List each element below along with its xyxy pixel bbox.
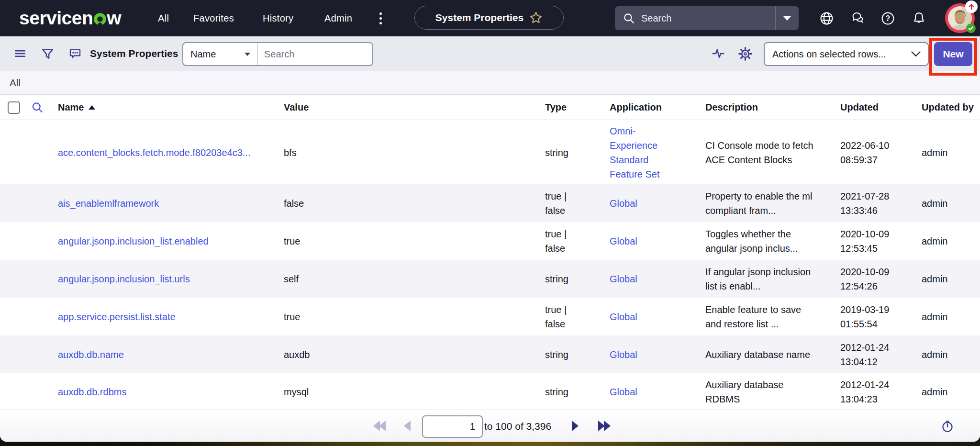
chat-icon[interactable] bbox=[850, 0, 865, 36]
breadcrumb-all[interactable]: All bbox=[10, 71, 21, 95]
cell-description: CI Console mode to fetch ACE Content Blo… bbox=[700, 121, 835, 184]
application-link[interactable]: Global bbox=[610, 234, 637, 248]
nav-item-all[interactable]: All bbox=[158, 0, 169, 36]
list-search-control: Name bbox=[182, 42, 373, 66]
logo-text-post: w bbox=[107, 8, 121, 29]
activity-stream-icon[interactable] bbox=[711, 36, 725, 71]
column-search-icon[interactable] bbox=[31, 101, 52, 114]
logo-o-icon bbox=[94, 13, 106, 25]
application-link[interactable]: Global bbox=[610, 196, 637, 211]
column-header-updated-by[interactable]: Updated by bbox=[916, 95, 980, 120]
table-row: angular.jsonp.inclusion_list.enabledtrue… bbox=[0, 222, 980, 260]
application-link[interactable]: Omni- Experience Standard Feature Set bbox=[610, 124, 660, 181]
cell-description: Auxiliary database RDBMS bbox=[700, 373, 835, 410]
gear-icon[interactable] bbox=[738, 36, 753, 71]
nav-item-history[interactable]: History bbox=[263, 0, 293, 36]
record-link[interactable]: angular.jsonp.inclusion_list.urls bbox=[58, 272, 190, 286]
search-column-select[interactable]: Name bbox=[183, 43, 257, 65]
list-search-input[interactable] bbox=[257, 43, 372, 65]
column-header-description[interactable]: Description bbox=[700, 95, 835, 120]
record-link[interactable]: ace.content_blocks.fetch.mode.f80203e4c3… bbox=[58, 145, 251, 160]
cell-updated: 2022-06-10 08:59:37 bbox=[835, 121, 916, 184]
page-number-input[interactable] bbox=[422, 415, 483, 438]
row-icon-gutter bbox=[29, 335, 52, 373]
cell-description: If angular jsonp inclusion list is enabl… bbox=[700, 260, 835, 298]
bell-icon[interactable] bbox=[912, 0, 926, 36]
nav-item-admin[interactable]: Admin bbox=[324, 0, 352, 36]
cell-description: Toggles whether the angular jsonp inclus… bbox=[700, 222, 835, 260]
select-caret-icon bbox=[245, 53, 250, 56]
previous-page-button[interactable] bbox=[404, 421, 411, 433]
next-page-button[interactable] bbox=[572, 421, 579, 433]
cell-application: Global bbox=[604, 335, 700, 373]
svg-text:?: ? bbox=[886, 14, 891, 22]
cell-value: auxdb bbox=[278, 335, 539, 373]
cell-value: self bbox=[278, 260, 539, 298]
cell-type: string bbox=[539, 121, 604, 184]
cell-name: auxdb.db.name bbox=[52, 335, 278, 373]
row-checkbox-gutter bbox=[0, 184, 29, 222]
global-search[interactable]: Search bbox=[615, 6, 799, 30]
list-toolbar: System Properties Name bbox=[0, 36, 980, 71]
column-header-name[interactable]: Name bbox=[52, 95, 278, 120]
record-link[interactable]: app.service.persist.list.state bbox=[58, 310, 176, 324]
row-checkbox-gutter bbox=[0, 335, 29, 373]
cell-application: Omni- Experience Standard Feature Set bbox=[604, 121, 700, 184]
chevron-down-icon bbox=[911, 51, 921, 57]
cell-type: true | false bbox=[539, 222, 604, 260]
nav-item-favorites[interactable]: Favorites bbox=[193, 0, 234, 36]
row-icon-gutter bbox=[29, 222, 52, 260]
new-button[interactable]: New bbox=[934, 42, 972, 66]
application-link[interactable]: Global bbox=[610, 310, 637, 324]
select-all-checkbox[interactable] bbox=[8, 101, 20, 114]
cell-updated-by: admin bbox=[916, 184, 980, 222]
first-page-button[interactable] bbox=[373, 421, 386, 433]
actions-dropdown[interactable]: Actions on selected rows... bbox=[764, 42, 929, 66]
record-link[interactable]: auxdb.db.name bbox=[58, 347, 124, 362]
list-menu-icon[interactable] bbox=[13, 36, 27, 71]
cell-updated-by: admin bbox=[916, 373, 980, 410]
application-link[interactable]: Global bbox=[610, 347, 637, 362]
application-link[interactable]: Global bbox=[610, 385, 637, 399]
filter-icon[interactable] bbox=[41, 36, 55, 71]
column-header-application[interactable]: Application bbox=[604, 95, 700, 120]
chevron-down-icon bbox=[783, 16, 791, 21]
row-checkbox-gutter bbox=[0, 373, 29, 410]
cell-updated: 2012-01-24 13:04:12 bbox=[835, 335, 916, 373]
column-header-value[interactable]: Value bbox=[278, 95, 539, 120]
more-menu-icon[interactable] bbox=[379, 0, 382, 36]
cell-updated: 2019-03-19 01:55:54 bbox=[835, 298, 916, 335]
table-row: app.service.persist.list.statetruetrue |… bbox=[0, 298, 980, 335]
cell-name: angular.jsonp.inclusion_list.enabled bbox=[52, 222, 278, 260]
cell-value: mysql bbox=[278, 373, 539, 410]
application-link[interactable]: Global bbox=[610, 272, 637, 286]
row-icon-gutter bbox=[29, 184, 52, 222]
actions-dropdown-label: Actions on selected rows... bbox=[772, 49, 911, 60]
cell-value: true bbox=[278, 298, 539, 335]
current-page-pill[interactable]: System Properties bbox=[414, 6, 564, 30]
record-link[interactable]: angular.jsonp.inclusion_list.enabled bbox=[58, 234, 209, 248]
comments-icon[interactable] bbox=[68, 36, 82, 71]
row-checkbox-gutter bbox=[0, 298, 29, 335]
search-scope-dropdown[interactable] bbox=[776, 16, 799, 21]
user-avatar[interactable] bbox=[945, 3, 975, 33]
table-row: auxdb.db.nameauxdbstringGlobalAuxiliary … bbox=[0, 335, 980, 373]
record-link[interactable]: ais_enablemlframework bbox=[58, 196, 159, 211]
favorite-star-icon[interactable] bbox=[529, 11, 543, 24]
column-header-updated[interactable]: Updated bbox=[835, 95, 916, 120]
record-link[interactable]: auxdb.db.rdbms bbox=[58, 385, 126, 399]
response-time-icon[interactable] bbox=[941, 410, 954, 442]
servicenow-logo[interactable]: servicen w bbox=[19, 0, 121, 36]
pagination-footer: to 100 of 3,396 bbox=[0, 410, 980, 442]
last-page-button[interactable] bbox=[598, 421, 611, 433]
cell-value: bfs bbox=[278, 121, 539, 184]
column-header-type[interactable]: Type bbox=[539, 95, 604, 120]
impersonation-arrow-icon bbox=[965, 0, 978, 13]
row-checkbox-gutter bbox=[0, 260, 29, 298]
table-header: Name Value Type Application Description … bbox=[0, 95, 980, 120]
cell-updated-by: admin bbox=[916, 335, 980, 373]
help-icon[interactable]: ? bbox=[880, 0, 895, 36]
table-row: auxdb.db.rdbmsmysqlstringGlobalAuxiliary… bbox=[0, 373, 980, 410]
globe-icon[interactable] bbox=[819, 0, 834, 36]
row-icon-gutter bbox=[29, 298, 52, 335]
